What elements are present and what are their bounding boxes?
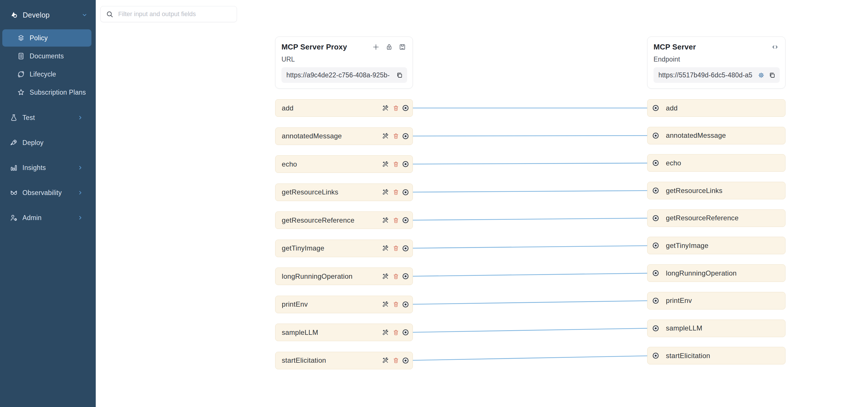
chevron-right-icon [77, 114, 83, 121]
output-port-icon[interactable] [403, 329, 408, 336]
output-port-icon[interactable] [403, 217, 408, 223]
server-tool-row[interactable]: startElicitation [647, 347, 785, 365]
trash-icon[interactable] [393, 133, 399, 140]
trash-icon[interactable] [393, 301, 399, 308]
input-port-icon[interactable] [653, 353, 659, 359]
settings-gear-icon[interactable] [757, 71, 765, 79]
sidebar-item[interactable]: Test [2, 109, 91, 126]
sidebar-item-label: Lifecycle [30, 70, 56, 78]
search-icon [106, 10, 114, 18]
copy-icon[interactable] [769, 71, 776, 79]
sidebar-item[interactable]: Observability [2, 184, 91, 201]
sidebar-section-develop[interactable]: Develop [0, 8, 96, 22]
sidebar-item-label: Documents [30, 52, 64, 60]
proxy-tool-row[interactable]: startElicitation [275, 352, 413, 369]
sidebar-item[interactable]: Deploy [2, 134, 91, 151]
tools-icon[interactable] [382, 216, 389, 224]
proxy-tool-row[interactable]: getResourceLinks [275, 183, 413, 201]
input-port-icon[interactable] [653, 187, 659, 194]
tool-name: getResourceLinks [666, 187, 722, 195]
input-port-icon[interactable] [653, 215, 659, 221]
trash-icon[interactable] [393, 357, 399, 364]
trash-icon[interactable] [393, 329, 399, 336]
insights-icon [9, 164, 18, 172]
tools-icon[interactable] [382, 105, 389, 112]
output-port-icon[interactable] [403, 273, 408, 279]
input-port-icon[interactable] [653, 133, 659, 139]
server-tool-row[interactable]: getTinyImage [647, 237, 785, 254]
sidebar-item-label: Policy [30, 34, 48, 42]
tools-icon[interactable] [382, 188, 389, 196]
server-tool-row[interactable]: getResourceLinks [647, 182, 785, 199]
input-port-icon[interactable] [653, 325, 659, 331]
sidebar-item[interactable]: Lifecycle [2, 65, 91, 83]
plus-icon[interactable] [372, 43, 380, 51]
tools-icon[interactable] [382, 357, 389, 364]
input-port-icon[interactable] [653, 105, 659, 111]
lock-icon[interactable] [385, 43, 393, 51]
server-endpoint-value: https://5517b49d-6dc5-480d-a5 [658, 71, 754, 79]
proxy-panel-title: MCP Server Proxy [281, 42, 347, 52]
output-port-icon[interactable] [403, 301, 408, 308]
sidebar-item-label: Test [23, 114, 35, 122]
input-port-icon[interactable] [653, 160, 659, 166]
tool-name: getTinyImage [282, 244, 324, 252]
input-port-icon[interactable] [653, 242, 659, 249]
trash-icon[interactable] [393, 105, 399, 112]
tool-name: add [666, 104, 678, 112]
server-tool-row[interactable]: add [647, 99, 785, 117]
output-port-icon[interactable] [403, 189, 408, 195]
server-tool-row[interactable]: annotatedMessage [647, 127, 785, 144]
sidebar-item[interactable]: Subscription Plans [2, 84, 91, 101]
connector-line [408, 218, 653, 220]
server-tool-row[interactable]: getResourceReference [647, 209, 785, 227]
output-port-icon[interactable] [403, 161, 408, 167]
admin-icon [9, 213, 18, 222]
trash-icon[interactable] [393, 273, 399, 280]
filter-search-input[interactable] [118, 10, 231, 18]
sidebar-item[interactable]: Admin [2, 209, 91, 226]
server-tool-row[interactable]: longRunningOperation [647, 264, 785, 282]
tools-icon[interactable] [382, 244, 389, 252]
trash-icon[interactable] [393, 217, 399, 224]
chevron-down-icon [81, 12, 88, 18]
server-tool-row[interactable]: echo [647, 154, 785, 172]
copy-icon[interactable] [396, 71, 403, 79]
proxy-tool-row[interactable]: sampleLLM [275, 324, 413, 341]
tools-icon[interactable] [382, 329, 389, 336]
connector-line [408, 300, 653, 304]
proxy-tool-row[interactable]: echo [275, 155, 413, 173]
output-port-icon[interactable] [403, 357, 408, 364]
sidebar-item[interactable]: Documents [2, 48, 91, 65]
tool-name: startElicitation [282, 356, 326, 365]
proxy-tool-row[interactable]: annotatedMessage [275, 127, 413, 145]
trash-icon[interactable] [393, 161, 399, 168]
sidebar-item[interactable]: Insights [2, 159, 91, 176]
tool-name: echo [666, 159, 681, 167]
proxy-tool-row[interactable]: getResourceReference [275, 211, 413, 229]
input-port-icon[interactable] [653, 298, 659, 304]
proxy-tool-row[interactable]: add [275, 99, 413, 117]
output-port-icon[interactable] [403, 105, 408, 111]
server-tool-row[interactable]: printEnv [647, 292, 785, 310]
tool-name: printEnv [666, 296, 692, 304]
tools-icon[interactable] [382, 273, 389, 280]
input-port-icon[interactable] [653, 270, 659, 276]
tool-name: getTinyImage [666, 242, 708, 250]
proxy-tool-row[interactable]: printEnv [275, 296, 413, 313]
server-tool-row[interactable]: sampleLLM [647, 320, 785, 337]
connector-line [408, 273, 653, 277]
tools-icon[interactable] [382, 300, 389, 308]
connector-line [408, 356, 653, 360]
sidebar-item[interactable]: Policy [2, 29, 91, 47]
output-port-icon[interactable] [403, 133, 408, 139]
save-icon[interactable] [399, 43, 406, 51]
trash-icon[interactable] [393, 245, 399, 252]
proxy-tool-row[interactable]: longRunningOperation [275, 267, 413, 285]
proxy-tool-row[interactable]: getTinyImage [275, 240, 413, 257]
trash-icon[interactable] [393, 189, 399, 196]
tools-icon[interactable] [382, 161, 389, 168]
output-port-icon[interactable] [403, 245, 408, 252]
tools-icon[interactable] [382, 132, 389, 140]
code-icon[interactable] [771, 43, 779, 51]
